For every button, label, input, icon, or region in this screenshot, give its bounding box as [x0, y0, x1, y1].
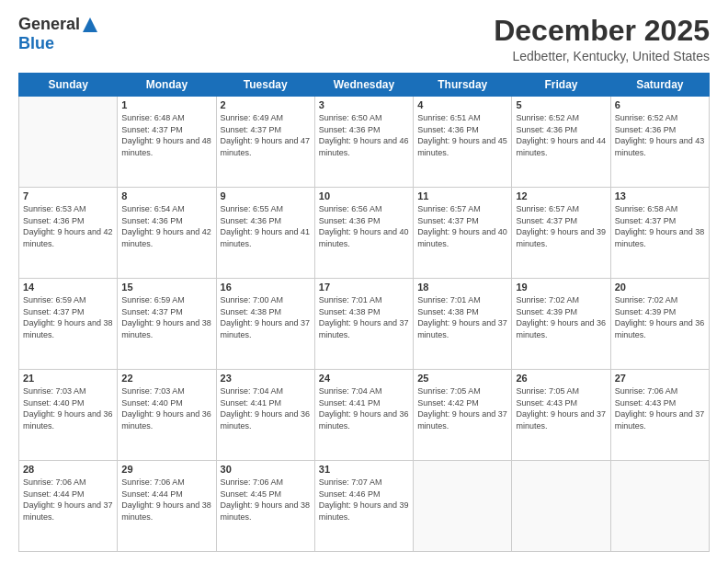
calendar-cell: 4Sunrise: 6:51 AM Sunset: 4:36 PM Daylig…	[414, 97, 512, 188]
day-info: Sunrise: 6:48 AM Sunset: 4:37 PM Dayligh…	[121, 112, 211, 158]
day-number: 22	[121, 373, 211, 384]
calendar-cell: 28Sunrise: 7:06 AM Sunset: 4:44 PM Dayli…	[19, 461, 118, 552]
calendar-cell	[414, 461, 512, 552]
day-number: 7	[23, 190, 113, 201]
day-info: Sunrise: 6:56 AM Sunset: 4:36 PM Dayligh…	[319, 203, 409, 249]
calendar-cell: 23Sunrise: 7:04 AM Sunset: 4:41 PM Dayli…	[216, 370, 314, 461]
calendar-cell: 8Sunrise: 6:54 AM Sunset: 4:36 PM Daylig…	[118, 188, 216, 279]
calendar-cell: 7Sunrise: 6:53 AM Sunset: 4:36 PM Daylig…	[19, 188, 118, 279]
day-number: 19	[516, 282, 606, 293]
day-info: Sunrise: 6:55 AM Sunset: 4:36 PM Dayligh…	[221, 203, 311, 249]
day-info: Sunrise: 7:06 AM Sunset: 4:44 PM Dayligh…	[121, 477, 211, 523]
calendar-week-row: 14Sunrise: 6:59 AM Sunset: 4:37 PM Dayli…	[19, 279, 710, 370]
day-info: Sunrise: 7:05 AM Sunset: 4:42 PM Dayligh…	[417, 385, 507, 431]
page: General Blue December 2025 Ledbetter, Ke…	[0, 0, 728, 563]
calendar-cell: 6Sunrise: 6:52 AM Sunset: 4:36 PM Daylig…	[610, 97, 709, 188]
calendar-cell: 10Sunrise: 6:56 AM Sunset: 4:36 PM Dayli…	[314, 188, 413, 279]
calendar-week-row: 28Sunrise: 7:06 AM Sunset: 4:44 PM Dayli…	[19, 461, 710, 552]
calendar-cell: 2Sunrise: 6:49 AM Sunset: 4:37 PM Daylig…	[216, 97, 314, 188]
day-info: Sunrise: 7:01 AM Sunset: 4:38 PM Dayligh…	[319, 294, 409, 340]
day-number: 21	[23, 373, 113, 384]
day-info: Sunrise: 6:59 AM Sunset: 4:37 PM Dayligh…	[121, 294, 211, 340]
day-info: Sunrise: 7:05 AM Sunset: 4:43 PM Dayligh…	[516, 385, 606, 431]
calendar-cell: 16Sunrise: 7:00 AM Sunset: 4:38 PM Dayli…	[216, 279, 314, 370]
logo: General Blue	[18, 15, 100, 53]
calendar-cell: 18Sunrise: 7:01 AM Sunset: 4:38 PM Dayli…	[414, 279, 512, 370]
day-number: 4	[417, 99, 507, 110]
day-number: 13	[615, 190, 705, 201]
calendar-cell: 21Sunrise: 7:03 AM Sunset: 4:40 PM Dayli…	[19, 370, 118, 461]
day-info: Sunrise: 6:52 AM Sunset: 4:36 PM Dayligh…	[615, 112, 705, 158]
day-info: Sunrise: 7:00 AM Sunset: 4:38 PM Dayligh…	[221, 294, 311, 340]
calendar-cell: 3Sunrise: 6:50 AM Sunset: 4:36 PM Daylig…	[314, 97, 413, 188]
day-number: 30	[221, 464, 311, 475]
day-number: 2	[221, 99, 311, 110]
calendar-cell: 15Sunrise: 6:59 AM Sunset: 4:37 PM Dayli…	[118, 279, 216, 370]
day-number: 24	[319, 373, 409, 384]
day-number: 29	[121, 464, 211, 475]
day-number: 11	[417, 190, 507, 201]
day-info: Sunrise: 6:53 AM Sunset: 4:36 PM Dayligh…	[23, 203, 113, 249]
day-info: Sunrise: 7:03 AM Sunset: 4:40 PM Dayligh…	[23, 385, 113, 431]
day-number: 20	[615, 282, 705, 293]
calendar-week-row: 21Sunrise: 7:03 AM Sunset: 4:40 PM Dayli…	[19, 370, 710, 461]
logo-blue: Blue	[18, 34, 54, 53]
day-number: 31	[319, 464, 409, 475]
day-info: Sunrise: 7:04 AM Sunset: 4:41 PM Dayligh…	[221, 385, 311, 431]
day-info: Sunrise: 7:07 AM Sunset: 4:46 PM Dayligh…	[319, 477, 409, 523]
calendar-cell: 17Sunrise: 7:01 AM Sunset: 4:38 PM Dayli…	[314, 279, 413, 370]
calendar-cell: 1Sunrise: 6:48 AM Sunset: 4:37 PM Daylig…	[118, 97, 216, 188]
day-info: Sunrise: 7:06 AM Sunset: 4:45 PM Dayligh…	[221, 477, 311, 523]
day-info: Sunrise: 7:04 AM Sunset: 4:41 PM Dayligh…	[319, 385, 409, 431]
day-info: Sunrise: 6:57 AM Sunset: 4:37 PM Dayligh…	[516, 203, 606, 249]
day-info: Sunrise: 6:54 AM Sunset: 4:36 PM Dayligh…	[121, 203, 211, 249]
calendar-cell: 20Sunrise: 7:02 AM Sunset: 4:39 PM Dayli…	[610, 279, 709, 370]
calendar-cell	[512, 461, 610, 552]
day-number: 1	[121, 99, 211, 110]
calendar-cell: 19Sunrise: 7:02 AM Sunset: 4:39 PM Dayli…	[512, 279, 610, 370]
calendar-cell: 27Sunrise: 7:06 AM Sunset: 4:43 PM Dayli…	[610, 370, 709, 461]
calendar-cell: 24Sunrise: 7:04 AM Sunset: 4:41 PM Dayli…	[314, 370, 413, 461]
col-sunday: Sunday	[19, 74, 118, 97]
day-number: 14	[23, 282, 113, 293]
calendar-cell: 31Sunrise: 7:07 AM Sunset: 4:46 PM Dayli…	[314, 461, 413, 552]
day-number: 18	[417, 282, 507, 293]
header: General Blue December 2025 Ledbetter, Ke…	[18, 15, 710, 63]
calendar-cell: 30Sunrise: 7:06 AM Sunset: 4:45 PM Dayli…	[216, 461, 314, 552]
day-number: 9	[221, 190, 311, 201]
day-info: Sunrise: 6:57 AM Sunset: 4:37 PM Dayligh…	[417, 203, 507, 249]
day-number: 3	[319, 99, 409, 110]
calendar-week-row: 7Sunrise: 6:53 AM Sunset: 4:36 PM Daylig…	[19, 188, 710, 279]
logo-icon	[81, 16, 99, 34]
calendar-cell: 12Sunrise: 6:57 AM Sunset: 4:37 PM Dayli…	[512, 188, 610, 279]
day-info: Sunrise: 7:02 AM Sunset: 4:39 PM Dayligh…	[516, 294, 606, 340]
col-tuesday: Tuesday	[216, 74, 314, 97]
day-info: Sunrise: 6:58 AM Sunset: 4:37 PM Dayligh…	[615, 203, 705, 249]
day-info: Sunrise: 7:06 AM Sunset: 4:43 PM Dayligh…	[615, 385, 705, 431]
day-info: Sunrise: 7:02 AM Sunset: 4:39 PM Dayligh…	[615, 294, 705, 340]
day-info: Sunrise: 6:51 AM Sunset: 4:36 PM Dayligh…	[417, 112, 507, 158]
day-number: 6	[615, 99, 705, 110]
day-info: Sunrise: 6:49 AM Sunset: 4:37 PM Dayligh…	[221, 112, 311, 158]
title-block: December 2025 Ledbetter, Kentucky, Unite…	[494, 15, 710, 63]
calendar-cell: 9Sunrise: 6:55 AM Sunset: 4:36 PM Daylig…	[216, 188, 314, 279]
calendar-cell: 26Sunrise: 7:05 AM Sunset: 4:43 PM Dayli…	[512, 370, 610, 461]
day-info: Sunrise: 6:59 AM Sunset: 4:37 PM Dayligh…	[23, 294, 113, 340]
day-number: 15	[121, 282, 211, 293]
day-info: Sunrise: 6:52 AM Sunset: 4:36 PM Dayligh…	[516, 112, 606, 158]
calendar-cell: 5Sunrise: 6:52 AM Sunset: 4:36 PM Daylig…	[512, 97, 610, 188]
logo-text: General	[18, 15, 100, 34]
col-friday: Friday	[512, 74, 610, 97]
day-number: 25	[417, 373, 507, 384]
calendar-cell: 14Sunrise: 6:59 AM Sunset: 4:37 PM Dayli…	[19, 279, 118, 370]
day-number: 23	[221, 373, 311, 384]
day-info: Sunrise: 7:06 AM Sunset: 4:44 PM Dayligh…	[23, 477, 113, 523]
day-number: 27	[615, 373, 705, 384]
day-number: 10	[319, 190, 409, 201]
day-number: 17	[319, 282, 409, 293]
main-title: December 2025	[494, 15, 710, 47]
day-number: 8	[121, 190, 211, 201]
calendar-cell: 11Sunrise: 6:57 AM Sunset: 4:37 PM Dayli…	[414, 188, 512, 279]
day-number: 16	[221, 282, 311, 293]
col-wednesday: Wednesday	[314, 74, 413, 97]
